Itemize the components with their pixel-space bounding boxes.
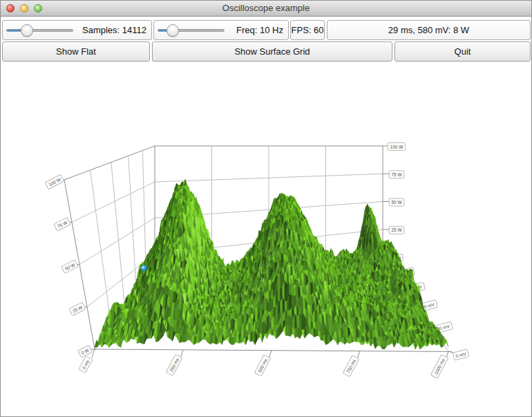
app-window: Oscilloscope example Samples: 14112 Freq… — [0, 0, 532, 417]
surface-plot[interactable] — [1, 1, 531, 416]
